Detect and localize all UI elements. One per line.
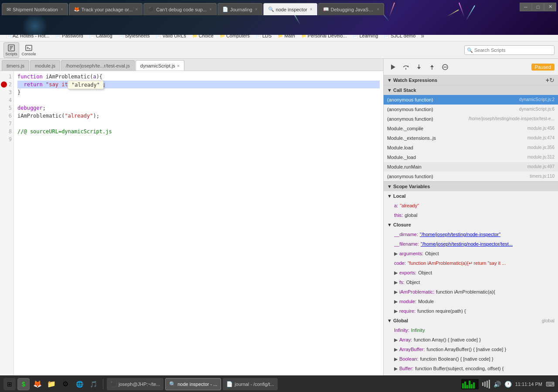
scripts-icon [7, 44, 15, 52]
call-stack-header[interactable]: ▼ Call Stack [384, 85, 558, 95]
code-line-1: function iAmProblematic(a){ [17, 73, 380, 81]
panels-scroll: ▼ Watch Expressions + ↻ ▼ Call Stack [384, 75, 558, 375]
taskbar-window-terminal[interactable]: ⬛ joseph@JHP:~/te... [107, 378, 163, 390]
scope-iamproblematic-expand: ▶ [394, 288, 398, 296]
scope-dirname-val: "/home/joseph/testing/node-inspector" [420, 230, 500, 238]
call-stack-row-1[interactable]: (anonymous function) dynamicScript.js:6 [384, 105, 558, 114]
scope-iamproblematic[interactable]: ▶ iAmProblematic: function iAmProblemati… [384, 287, 558, 297]
scope-variables-header[interactable]: ▼ Scope Variables [384, 182, 558, 191]
scope-require[interactable]: ▶ require: function require(path) { [384, 306, 558, 316]
scope-arguments-key: arguments: [399, 250, 423, 257]
scope-local-a[interactable]: a: "already" [384, 201, 558, 210]
svg-marker-6 [391, 64, 395, 70]
script-tab-dynamic[interactable]: dynamicScript.js × [136, 60, 185, 71]
step-out-btn[interactable] [426, 61, 438, 73]
tab-inspector[interactable]: 🔍 node inspector × [263, 3, 317, 15]
tab-journaling-label: Journaling [230, 7, 252, 12]
call-stack-row-0[interactable]: (anonymous function) dynamicScript.js:2 [384, 95, 558, 105]
cs-fn-1: (anonymous function) [387, 105, 433, 113]
call-stack-row-4[interactable]: Module._extensions..js module.js:474 [384, 133, 558, 143]
call-stack-row-8[interactable]: (anonymous function) timers.js:110 [384, 172, 558, 181]
scope-arraybuffer[interactable]: ▶ ArrayBuffer: function ArrayBuffer() { … [384, 345, 558, 354]
watch-refresh-btn[interactable]: ↻ [549, 77, 555, 84]
taskbar-icon-files[interactable]: 📁 [45, 378, 58, 390]
taskbar-icon-apps[interactable]: ⊞ [3, 378, 16, 390]
tab-track-close[interactable]: × [135, 7, 138, 12]
scope-module-key: module: [399, 297, 416, 305]
scope-buffer-expand: ▶ [394, 365, 398, 372]
close-btn[interactable]: ✕ [544, 3, 556, 11]
scope-global-label: ▼ Global [387, 317, 408, 324]
scope-code[interactable]: code: "function iAmProblematic(a){↵ retu… [384, 258, 558, 268]
tab-debug-close[interactable]: × [377, 7, 380, 12]
scope-buffer[interactable]: ▶ Buffer: function Buffer(subject, encod… [384, 364, 558, 373]
tab-debug[interactable]: 📖 Debugging JavaScript × [318, 3, 384, 15]
scripts-icon-btn[interactable]: Scripts [3, 42, 19, 58]
step-over-icon [402, 64, 409, 71]
tab-github[interactable]: ⚫ Can't debug code sup... × [143, 3, 217, 15]
tab-journaling[interactable]: 📄 Journaling × [218, 3, 262, 15]
step-into-icon [415, 64, 422, 71]
scope-dirname[interactable]: __dirname: "/home/joseph/testing/node-in… [384, 230, 558, 239]
scope-array[interactable]: ▶ Array: function Array() { [native code… [384, 335, 558, 345]
scope-exports[interactable]: ▶ exports: Object [384, 268, 558, 277]
tab-journaling-close[interactable]: × [255, 7, 258, 12]
taskbar-icon-network[interactable]: 🌐 [73, 378, 85, 390]
script-tab-dynamic-close[interactable]: × [177, 63, 180, 68]
taskbar-window-journal[interactable]: 📄 journal - /config/t... [223, 378, 278, 390]
scope-local-header[interactable]: ▼ Local [384, 191, 558, 201]
call-stack-row-7[interactable]: Module.runMain module.js:497 [384, 162, 558, 172]
scope-boolean[interactable]: ▶ Boolean: function Boolean() { [native … [384, 354, 558, 364]
scope-local-this[interactable]: this: global [384, 210, 558, 220]
scope-closure-header[interactable]: ▼ Closure [384, 220, 558, 230]
code-line-3: } [17, 88, 380, 96]
taskbar-icon-terminal[interactable]: $ [17, 378, 30, 390]
taskbar: ⊞ $ 🦊 📁 ⚙ 🌐 🎵 ⬛ jo [0, 375, 558, 392]
tab-track[interactable]: 🦊 Track your package or... × [69, 3, 143, 15]
scope-variables-panel: ▼ Scope Variables ▼ Local a: "already" t… [384, 182, 558, 375]
line-num-5: 5 [0, 104, 14, 112]
minimize-btn[interactable]: ─ [520, 3, 532, 11]
code-line-8: //@ sourceURL=dynamicScript.js [17, 128, 380, 135]
search-scripts-input[interactable] [464, 45, 555, 55]
scope-global-header[interactable]: ▼ Global global [384, 316, 558, 325]
deactivate-breakpoints-btn[interactable] [439, 61, 451, 73]
taskbar-icon-music[interactable]: 🎵 [87, 378, 99, 390]
tab-github-close[interactable]: × [209, 7, 212, 12]
taskbar-separator [103, 379, 103, 389]
scope-arraybuffer-val: function ArrayBuffer() { [native code] } [427, 345, 507, 353]
script-tab-module[interactable]: module.js [30, 60, 60, 71]
line-num-1: 1 [0, 73, 14, 81]
scope-module[interactable]: ▶ module: Module [384, 297, 558, 306]
call-stack-row-6[interactable]: Module._load module.js:312 [384, 152, 558, 162]
scope-infinity[interactable]: Infinity: Infinity [384, 325, 558, 335]
scope-array-val: function Array() { [native code] } [414, 336, 480, 344]
step-over-btn[interactable] [400, 61, 412, 73]
tab-shipment[interactable]: ✉ Shipment Notification × [2, 3, 68, 15]
call-stack-row-2[interactable]: (anonymous function) /home/joseph/testin… [384, 114, 558, 124]
taskbar-icon-firefox[interactable]: 🦊 [31, 378, 44, 390]
scope-fs[interactable]: ▶ fs: Object [384, 277, 558, 287]
watch-expressions-header[interactable]: ▼ Watch Expressions + ↻ [384, 75, 558, 85]
taskbar-window-inspector[interactable]: 🔍 node inspector - ... [165, 378, 221, 390]
scope-arguments[interactable]: ▶ arguments: Object [384, 249, 558, 258]
script-tab-testeval[interactable]: /home/joseph/te...r/test-eval.js [61, 60, 135, 71]
tab-github-label: Can't debug code sup... [156, 7, 207, 12]
call-stack-row-3[interactable]: Module._compile module.js:456 [384, 124, 558, 133]
step-into-btn[interactable] [413, 61, 425, 73]
script-tab-timers[interactable]: timers.js [2, 60, 29, 71]
watch-add-btn[interactable]: + [546, 77, 549, 84]
taskbar-icon-settings[interactable]: ⚙ [59, 378, 71, 390]
tab-shipment-close[interactable]: × [61, 7, 63, 12]
resume-btn[interactable] [387, 61, 398, 73]
scope-filename[interactable]: __filename: "/home/joseph/testing/node-i… [384, 239, 558, 249]
maximize-btn[interactable]: □ [532, 3, 544, 11]
console-icon-btn[interactable]: Console [21, 42, 37, 58]
system-tray: 🔊 🕐 11:11:14 PM ⌨ [461, 379, 555, 389]
scope-boolean-key: Boolean: [399, 355, 418, 363]
tab-inspector-close[interactable]: × [310, 7, 313, 12]
call-stack-row-5[interactable]: Module.load module.js:356 [384, 143, 558, 152]
tray-clock-icon: 🕐 [504, 381, 512, 388]
line-num-2[interactable]: 2 [0, 81, 14, 88]
scope-boolean-val: function Boolean() { [native code] } [420, 355, 493, 363]
